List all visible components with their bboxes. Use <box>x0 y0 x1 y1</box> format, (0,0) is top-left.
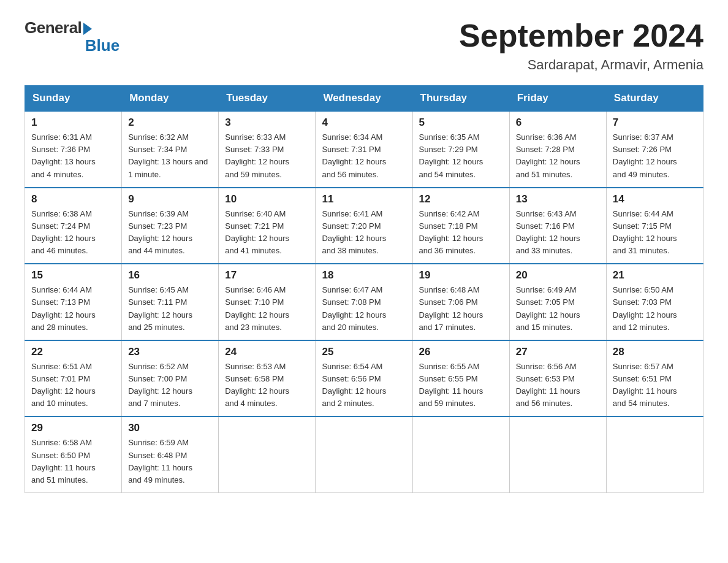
calendar-day-cell: 1Sunrise: 6:31 AMSunset: 7:36 PMDaylight… <box>25 111 122 188</box>
calendar-day-cell: 15Sunrise: 6:44 AMSunset: 7:13 PMDayligh… <box>25 264 122 340</box>
day-number: 26 <box>419 346 503 358</box>
day-number: 3 <box>225 117 309 129</box>
day-number: 24 <box>225 346 309 358</box>
day-info: Sunrise: 6:52 AMSunset: 7:00 PMDaylight:… <box>128 361 212 410</box>
day-number: 11 <box>322 193 406 205</box>
calendar-day-cell: 26Sunrise: 6:55 AMSunset: 6:55 PMDayligh… <box>412 340 509 417</box>
header-tuesday: Tuesday <box>219 86 316 112</box>
day-number: 5 <box>419 117 503 129</box>
day-info: Sunrise: 6:47 AMSunset: 7:08 PMDaylight:… <box>322 284 406 334</box>
month-title: September 2024 <box>459 18 703 53</box>
day-number: 22 <box>31 346 115 358</box>
location-text: Sardarapat, Armavir, Armenia <box>459 57 703 73</box>
calendar-day-cell: 13Sunrise: 6:43 AMSunset: 7:16 PMDayligh… <box>509 188 606 264</box>
day-info: Sunrise: 6:50 AMSunset: 7:03 PMDaylight:… <box>613 284 697 334</box>
calendar-day-cell: 18Sunrise: 6:47 AMSunset: 7:08 PMDayligh… <box>316 264 412 340</box>
day-info: Sunrise: 6:42 AMSunset: 7:18 PMDaylight:… <box>419 208 503 258</box>
calendar-day-cell: 8Sunrise: 6:38 AMSunset: 7:24 PMDaylight… <box>25 188 122 264</box>
day-info: Sunrise: 6:55 AMSunset: 6:55 PMDaylight:… <box>419 361 503 410</box>
calendar-day-cell: 30Sunrise: 6:59 AMSunset: 6:48 PMDayligh… <box>122 416 219 492</box>
calendar-day-cell: 28Sunrise: 6:57 AMSunset: 6:51 PMDayligh… <box>606 340 703 417</box>
calendar-day-cell: 2Sunrise: 6:32 AMSunset: 7:34 PMDaylight… <box>122 111 219 188</box>
calendar-day-cell: 24Sunrise: 6:53 AMSunset: 6:58 PMDayligh… <box>219 340 316 417</box>
day-number: 25 <box>322 346 406 358</box>
day-number: 14 <box>613 193 697 205</box>
day-info: Sunrise: 6:33 AMSunset: 7:33 PMDaylight:… <box>225 131 309 181</box>
calendar-day-cell: 29Sunrise: 6:58 AMSunset: 6:50 PMDayligh… <box>25 416 122 492</box>
calendar-day-cell: 5Sunrise: 6:35 AMSunset: 7:29 PMDaylight… <box>412 111 509 188</box>
calendar-day-cell <box>316 416 412 492</box>
header-thursday: Thursday <box>412 86 509 112</box>
day-info: Sunrise: 6:34 AMSunset: 7:31 PMDaylight:… <box>322 131 406 181</box>
calendar-day-cell: 10Sunrise: 6:40 AMSunset: 7:21 PMDayligh… <box>219 188 316 264</box>
day-number: 28 <box>613 346 697 358</box>
day-number: 9 <box>128 193 212 205</box>
day-info: Sunrise: 6:39 AMSunset: 7:23 PMDaylight:… <box>128 208 212 258</box>
day-number: 19 <box>419 269 503 282</box>
day-number: 10 <box>225 193 309 205</box>
day-number: 12 <box>419 193 503 205</box>
day-number: 8 <box>31 193 115 205</box>
calendar-day-cell: 22Sunrise: 6:51 AMSunset: 7:01 PMDayligh… <box>25 340 122 417</box>
day-number: 20 <box>516 269 600 282</box>
header-monday: Monday <box>122 86 219 112</box>
day-info: Sunrise: 6:59 AMSunset: 6:48 PMDaylight:… <box>128 437 212 486</box>
calendar-day-cell: 12Sunrise: 6:42 AMSunset: 7:18 PMDayligh… <box>412 188 509 264</box>
day-info: Sunrise: 6:41 AMSunset: 7:20 PMDaylight:… <box>322 208 406 258</box>
day-info: Sunrise: 6:32 AMSunset: 7:34 PMDaylight:… <box>128 131 212 181</box>
day-number: 27 <box>516 346 600 358</box>
page-header: General General Blue September 2024 Sard… <box>25 18 703 73</box>
calendar-day-cell: 14Sunrise: 6:44 AMSunset: 7:15 PMDayligh… <box>606 188 703 264</box>
calendar-day-cell: 11Sunrise: 6:41 AMSunset: 7:20 PMDayligh… <box>316 188 412 264</box>
calendar-day-cell: 16Sunrise: 6:45 AMSunset: 7:11 PMDayligh… <box>122 264 219 340</box>
calendar-table: Sunday Monday Tuesday Wednesday Thursday… <box>25 85 703 493</box>
day-info: Sunrise: 6:51 AMSunset: 7:01 PMDaylight:… <box>31 361 115 410</box>
day-number: 21 <box>613 269 697 282</box>
day-info: Sunrise: 6:49 AMSunset: 7:05 PMDaylight:… <box>516 284 600 334</box>
calendar-day-cell: 19Sunrise: 6:48 AMSunset: 7:06 PMDayligh… <box>412 264 509 340</box>
day-info: Sunrise: 6:31 AMSunset: 7:36 PMDaylight:… <box>31 131 115 181</box>
day-number: 7 <box>613 117 697 129</box>
calendar-day-cell: 7Sunrise: 6:37 AMSunset: 7:26 PMDaylight… <box>606 111 703 188</box>
logo-blue-text: Blue <box>85 36 119 55</box>
calendar-header: Sunday Monday Tuesday Wednesday Thursday… <box>25 86 703 112</box>
header-wednesday: Wednesday <box>316 86 412 112</box>
day-info: Sunrise: 6:35 AMSunset: 7:29 PMDaylight:… <box>419 131 503 181</box>
header-saturday: Saturday <box>606 86 703 112</box>
calendar-day-cell: 4Sunrise: 6:34 AMSunset: 7:31 PMDaylight… <box>316 111 412 188</box>
header-friday: Friday <box>509 86 606 112</box>
day-number: 6 <box>516 117 600 129</box>
day-info: Sunrise: 6:40 AMSunset: 7:21 PMDaylight:… <box>225 208 309 258</box>
calendar-day-cell: 23Sunrise: 6:52 AMSunset: 7:00 PMDayligh… <box>122 340 219 417</box>
calendar-day-cell: 6Sunrise: 6:36 AMSunset: 7:28 PMDaylight… <box>509 111 606 188</box>
day-info: Sunrise: 6:44 AMSunset: 7:15 PMDaylight:… <box>613 208 697 258</box>
calendar-week-1: 1Sunrise: 6:31 AMSunset: 7:36 PMDaylight… <box>25 111 703 188</box>
day-info: Sunrise: 6:57 AMSunset: 6:51 PMDaylight:… <box>613 361 697 410</box>
logo-arrow-icon <box>83 23 92 35</box>
day-number: 2 <box>128 117 212 129</box>
day-number: 30 <box>128 422 212 434</box>
calendar-day-cell: 25Sunrise: 6:54 AMSunset: 6:56 PMDayligh… <box>316 340 412 417</box>
day-info: Sunrise: 6:44 AMSunset: 7:13 PMDaylight:… <box>31 284 115 334</box>
day-number: 16 <box>128 269 212 282</box>
calendar-day-cell: 27Sunrise: 6:56 AMSunset: 6:53 PMDayligh… <box>509 340 606 417</box>
day-number: 18 <box>322 269 406 282</box>
calendar-day-cell: 20Sunrise: 6:49 AMSunset: 7:05 PMDayligh… <box>509 264 606 340</box>
logo-general-text: General <box>25 18 82 37</box>
calendar-day-cell: 17Sunrise: 6:46 AMSunset: 7:10 PMDayligh… <box>219 264 316 340</box>
calendar-week-5: 29Sunrise: 6:58 AMSunset: 6:50 PMDayligh… <box>25 416 703 492</box>
day-info: Sunrise: 6:38 AMSunset: 7:24 PMDaylight:… <box>31 208 115 258</box>
day-info: Sunrise: 6:58 AMSunset: 6:50 PMDaylight:… <box>31 437 115 486</box>
day-info: Sunrise: 6:37 AMSunset: 7:26 PMDaylight:… <box>613 131 697 181</box>
day-info: Sunrise: 6:54 AMSunset: 6:56 PMDaylight:… <box>322 361 406 410</box>
header-sunday: Sunday <box>25 86 122 112</box>
day-info: Sunrise: 6:36 AMSunset: 7:28 PMDaylight:… <box>516 131 600 181</box>
day-number: 29 <box>31 422 115 434</box>
day-info: Sunrise: 6:56 AMSunset: 6:53 PMDaylight:… <box>516 361 600 410</box>
day-number: 17 <box>225 269 309 282</box>
day-info: Sunrise: 6:46 AMSunset: 7:10 PMDaylight:… <box>225 284 309 334</box>
calendar-day-cell <box>606 416 703 492</box>
weekday-header-row: Sunday Monday Tuesday Wednesday Thursday… <box>25 86 703 112</box>
calendar-day-cell: 3Sunrise: 6:33 AMSunset: 7:33 PMDaylight… <box>219 111 316 188</box>
calendar-day-cell <box>509 416 606 492</box>
